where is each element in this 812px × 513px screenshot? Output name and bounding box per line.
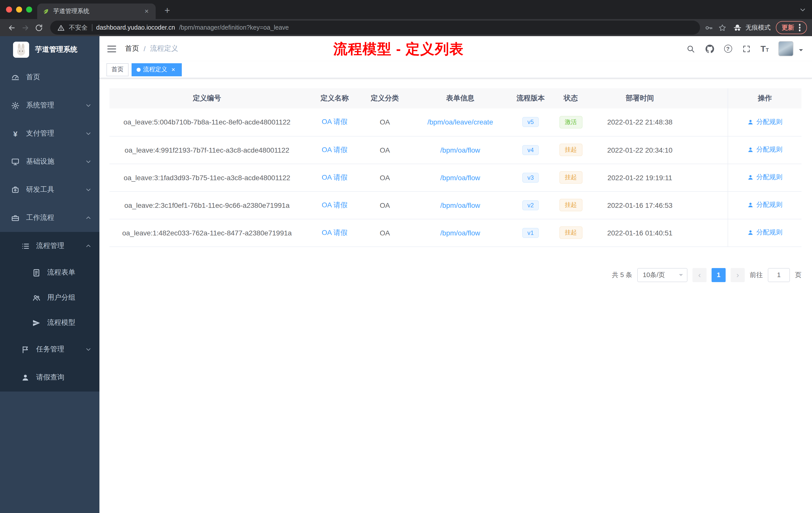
- cell-status: 挂起: [546, 163, 596, 191]
- definition-name-link[interactable]: OA 请假: [322, 201, 348, 209]
- prev-page-button[interactable]: [693, 268, 706, 282]
- sidebar-item-label: 流程模型: [47, 318, 75, 327]
- goto-page-input[interactable]: [768, 268, 790, 282]
- new-tab-button[interactable]: [161, 4, 174, 17]
- avatar[interactable]: [778, 41, 793, 56]
- update-chip[interactable]: 更新: [776, 21, 807, 34]
- tab-search-icon[interactable]: [800, 6, 806, 13]
- fullscreen-icon[interactable]: [742, 44, 751, 54]
- cell-actions: 分配规则: [728, 163, 802, 191]
- cell-form-info: /bpm/oa/leave/create: [405, 109, 516, 136]
- chevron-down-icon: [85, 159, 91, 164]
- assign-rule-link[interactable]: 分配规则: [747, 201, 782, 210]
- avatar-caret-icon[interactable]: [799, 49, 803, 53]
- current-page-button[interactable]: 1: [712, 268, 726, 282]
- form-info-link[interactable]: /bpm/oa/flow: [440, 229, 480, 237]
- form-info-link[interactable]: /bpm/oa/flow: [440, 146, 480, 154]
- tag-home[interactable]: 首页: [107, 63, 128, 76]
- toolbox-icon: [11, 185, 20, 194]
- sidebar-item-label: 基础设施: [26, 157, 54, 166]
- cell-definition-name: OA 请假: [304, 219, 365, 246]
- search-icon[interactable]: [686, 44, 695, 54]
- sidebar-item-process-model[interactable]: 流程模型: [0, 310, 99, 335]
- assign-rule-link[interactable]: 分配规则: [747, 173, 782, 182]
- sidebar-item-label: 研发工具: [26, 185, 54, 194]
- window-minimize-button[interactable]: [16, 6, 22, 12]
- window-close-button[interactable]: [6, 6, 12, 12]
- next-page-button[interactable]: [731, 268, 745, 282]
- status-badge: 挂起: [559, 199, 582, 211]
- sidebar-item-process-mgmt[interactable]: 流程管理: [0, 232, 99, 260]
- url-field[interactable]: 不安全 dashboard.yudao.iocoder.cn/bpm/manag…: [50, 21, 700, 35]
- sidebar-item-process-form[interactable]: 流程表单: [0, 260, 99, 285]
- status-badge: 挂起: [559, 171, 582, 184]
- github-icon[interactable]: [705, 44, 714, 54]
- sidebar-item-leave-query[interactable]: 请假查询: [0, 363, 99, 392]
- page-size-value: 10条/页: [643, 270, 665, 279]
- cell-spacer: [684, 136, 728, 163]
- tab-close-icon[interactable]: [143, 7, 151, 15]
- caret-down-icon: [679, 274, 683, 278]
- assign-rule-link[interactable]: 分配规则: [747, 145, 782, 154]
- browser-menu-icon[interactable]: [799, 27, 801, 29]
- col-version: 流程版本: [516, 88, 546, 109]
- window-zoom-button[interactable]: [26, 6, 32, 12]
- assign-rule-link[interactable]: 分配规则: [747, 117, 782, 126]
- sidebar-logo[interactable]: 芋道管理系统: [0, 36, 99, 63]
- user-icon: [747, 174, 754, 181]
- page-annotation: 流程模型 - 定义列表: [334, 40, 464, 59]
- form-info-link[interactable]: /bpm/oa/flow: [440, 201, 480, 209]
- tag-process-definition[interactable]: 流程定义: [132, 63, 182, 76]
- page-content: 定义编号 定义名称 定义分类 表单信息 流程版本 状态 部署时间 操作: [99, 78, 812, 513]
- browser-tab[interactable]: 芋道管理系统: [37, 3, 156, 19]
- sidebar-item-dev-tools[interactable]: 研发工具: [0, 176, 99, 204]
- sidebar-item-workflow[interactable]: 工作流程: [0, 204, 99, 232]
- logo-avatar: [13, 42, 29, 58]
- version-badge: v3: [522, 173, 539, 182]
- definition-name-link[interactable]: OA 请假: [322, 118, 348, 126]
- password-key-icon[interactable]: [704, 23, 713, 32]
- cell-version: v1: [516, 219, 546, 246]
- version-badge: v1: [522, 228, 539, 238]
- goto-label: 前往: [750, 270, 763, 279]
- sidebar-item-system-mgmt[interactable]: 系统管理: [0, 91, 99, 119]
- forward-button[interactable]: [19, 21, 32, 34]
- sidebar-item-infrastructure[interactable]: 基础设施: [0, 148, 99, 176]
- security-label[interactable]: 不安全: [69, 23, 88, 32]
- not-secure-warning-icon: [57, 24, 65, 31]
- status-badge: 挂起: [559, 144, 582, 156]
- cell-definition-name: OA 请假: [304, 163, 365, 191]
- flag-icon: [21, 345, 30, 354]
- assign-rule-link[interactable]: 分配规则: [747, 228, 782, 237]
- page-size-select[interactable]: 10条/页: [637, 268, 688, 282]
- sidebar-item-user-group[interactable]: 用户分组: [0, 285, 99, 310]
- chevron-down-icon: [85, 187, 91, 193]
- back-button[interactable]: [5, 21, 19, 34]
- tag-close-icon[interactable]: [170, 66, 177, 73]
- font-size-icon[interactable]: [760, 44, 769, 53]
- sidebar-item-home[interactable]: 首页: [0, 63, 99, 91]
- sidebar-item-payment-mgmt[interactable]: 支付管理: [0, 119, 99, 148]
- reload-button[interactable]: [32, 21, 46, 34]
- list-icon: [21, 242, 30, 250]
- help-icon[interactable]: [724, 45, 732, 53]
- bookmark-star-icon[interactable]: [718, 23, 726, 32]
- version-badge: v4: [522, 145, 539, 155]
- definition-name-link[interactable]: OA 请假: [322, 145, 348, 153]
- breadcrumb-home[interactable]: 首页: [125, 44, 139, 53]
- form-info-link[interactable]: /bpm/oa/flow: [440, 174, 480, 181]
- status-badge: 激活: [559, 116, 582, 128]
- user-icon: [747, 147, 754, 153]
- cell-definition-name: OA 请假: [304, 109, 365, 136]
- incognito-badge: 无痕模式: [732, 23, 771, 32]
- sidebar-item-task-mgmt[interactable]: 任务管理: [0, 335, 99, 363]
- sidebar-collapse-icon[interactable]: [107, 43, 117, 54]
- definition-name-link[interactable]: OA 请假: [322, 173, 348, 181]
- cell-spacer: [684, 109, 728, 136]
- form-info-link[interactable]: /bpm/oa/leave/create: [427, 118, 493, 126]
- definition-name-link[interactable]: OA 请假: [322, 228, 348, 236]
- cell-form-info: /bpm/oa/flow: [405, 191, 516, 219]
- favicon-icon: [42, 8, 49, 15]
- col-category: 定义分类: [365, 88, 405, 109]
- breadcrumb-separator: /: [144, 45, 146, 53]
